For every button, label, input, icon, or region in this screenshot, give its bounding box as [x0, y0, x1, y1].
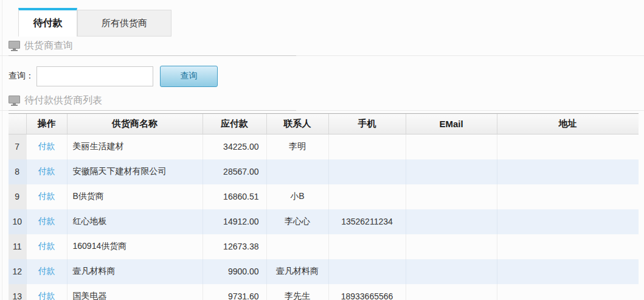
table-row: 8付款安徽隔天下建材有限公司28567.00: [9, 159, 639, 184]
pay-link[interactable]: 付款: [38, 266, 55, 276]
address-cell: [497, 284, 639, 300]
supplier-name-cell: 红心地板: [67, 209, 203, 234]
row-number-cell: 9: [9, 184, 26, 209]
amount-cell: 28567.00: [203, 159, 266, 184]
table-row: 7付款美丽生活建材34225.00李明: [9, 134, 639, 159]
mobile-cell: [328, 234, 406, 259]
action-cell: 付款: [26, 159, 67, 184]
table-row: 9付款B供货商16860.51小B: [9, 184, 639, 209]
amount-cell: 9731.60: [203, 284, 266, 300]
address-cell: [497, 259, 639, 284]
table-header-row: 操作 供货商名称 应付款 联系人 手机 EMail 地址: [9, 114, 639, 134]
col-header-address: 地址: [497, 114, 639, 134]
col-header-operation: 操作: [26, 114, 67, 134]
pay-link[interactable]: 付款: [38, 141, 55, 151]
monitor-icon: [9, 41, 20, 51]
row-number-cell: 13: [9, 284, 26, 300]
action-cell: 付款: [26, 259, 67, 284]
pay-link[interactable]: 付款: [38, 216, 55, 226]
address-cell: [497, 234, 639, 259]
table-row: 13付款国美电器9731.60李先生18933665566: [9, 284, 639, 300]
contact-cell: [266, 159, 328, 184]
amount-cell: 9900.00: [203, 259, 266, 284]
col-header-rownum: [9, 114, 26, 134]
table-row: 11付款160914供货商12673.38: [9, 234, 639, 259]
mobile-cell: 18933665566: [328, 284, 406, 300]
table-row: 12付款壹凡材料商9900.00壹凡材料商: [9, 259, 639, 284]
query-input[interactable]: [36, 66, 153, 86]
list-section-title: 待付款供货商列表: [24, 94, 102, 107]
col-header-contact: 联系人: [266, 114, 328, 134]
amount-cell: 34225.00: [203, 134, 266, 159]
contact-cell: 李明: [266, 134, 328, 159]
email-cell: [406, 234, 497, 259]
contact-cell: 李先生: [266, 284, 328, 300]
email-cell: [406, 209, 497, 234]
email-cell: [406, 184, 497, 209]
supplier-name-cell: 160914供货商: [67, 234, 203, 259]
supplier-name-cell: 美丽生活建材: [67, 134, 203, 159]
amount-cell: 14912.00: [203, 209, 266, 234]
contact-cell: 壹凡材料商: [266, 259, 328, 284]
tab-all-suppliers[interactable]: 所有供货商: [77, 10, 171, 37]
col-header-supplier-name: 供货商名称: [67, 114, 203, 134]
row-number-cell: 10: [9, 209, 26, 234]
query-row: 查询： 查询: [0, 56, 644, 91]
address-cell: [497, 134, 639, 159]
supplier-table-body: 7付款美丽生活建材34225.00李明8付款安徽隔天下建材有限公司28567.0…: [9, 134, 639, 300]
col-header-mobile: 手机: [328, 114, 406, 134]
query-section-header: 供货商查询: [0, 37, 644, 56]
action-cell: 付款: [26, 284, 67, 300]
email-cell: [406, 259, 497, 284]
pay-link[interactable]: 付款: [38, 291, 55, 300]
list-section-header: 待付款供货商列表: [0, 91, 644, 111]
address-cell: [497, 209, 639, 234]
contact-cell: 小B: [266, 184, 328, 209]
supplier-name-cell: 壹凡材料商: [67, 259, 203, 284]
mobile-cell: [328, 184, 406, 209]
col-header-email: EMail: [406, 114, 497, 134]
email-cell: [406, 159, 497, 184]
mobile-cell: [328, 259, 406, 284]
email-cell: [406, 284, 497, 300]
supplier-name-cell: 安徽隔天下建材有限公司: [67, 159, 203, 184]
tab-bar: 待付款 所有供货商: [18, 8, 644, 37]
mobile-cell: [328, 134, 406, 159]
query-label: 查询：: [9, 71, 34, 82]
address-cell: [497, 184, 639, 209]
address-cell: [497, 159, 639, 184]
contact-cell: 李心心: [266, 209, 328, 234]
row-number-cell: 8: [9, 159, 26, 184]
contact-cell: [266, 234, 328, 259]
col-header-amount-payable: 应付款: [203, 114, 266, 134]
action-cell: 付款: [26, 234, 67, 259]
pay-link[interactable]: 付款: [38, 241, 55, 251]
tab-pending-payment[interactable]: 待付款: [18, 8, 77, 37]
supplier-name-cell: 国美电器: [67, 284, 203, 300]
mobile-cell: 13526211234: [328, 209, 406, 234]
query-section-title: 供货商查询: [24, 40, 73, 52]
mobile-cell: [328, 159, 406, 184]
amount-cell: 16860.51: [203, 184, 266, 209]
table-row: 10付款红心地板14912.00李心心13526211234: [9, 209, 639, 234]
supplier-name-cell: B供货商: [67, 184, 203, 209]
action-cell: 付款: [26, 209, 67, 234]
row-number-cell: 11: [9, 234, 26, 259]
action-cell: 付款: [26, 184, 67, 209]
amount-cell: 12673.38: [203, 234, 266, 259]
query-button[interactable]: 查询: [160, 66, 218, 87]
supplier-table: 操作 供货商名称 应付款 联系人 手机 EMail 地址 7付款美丽生活建材34…: [9, 113, 639, 300]
row-number-cell: 12: [9, 259, 26, 284]
monitor-icon: [9, 96, 20, 106]
pay-link[interactable]: 付款: [38, 191, 55, 201]
email-cell: [406, 134, 497, 159]
row-number-cell: 7: [9, 134, 26, 159]
pay-link[interactable]: 付款: [38, 166, 55, 176]
action-cell: 付款: [26, 134, 67, 159]
